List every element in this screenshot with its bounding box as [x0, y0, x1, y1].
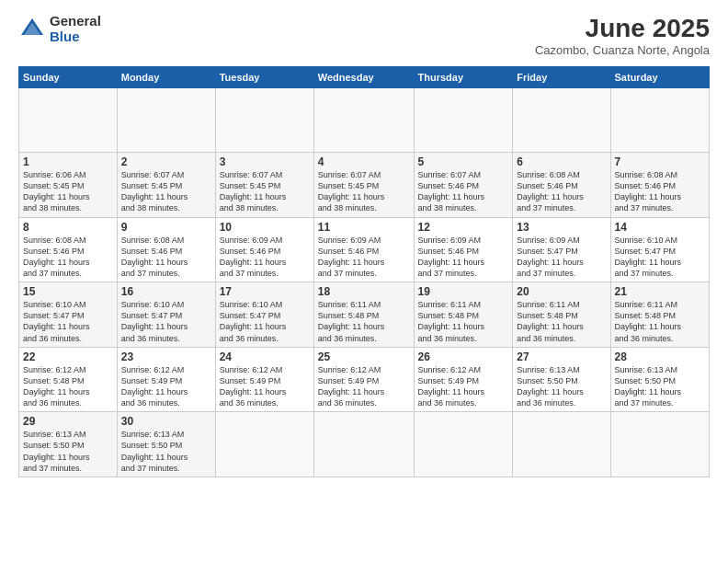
day-number: 30: [121, 415, 211, 428]
day-number: 14: [615, 221, 705, 234]
table-cell: 11 Sunrise: 6:09 AMSunset: 5:46 PMDaylig…: [313, 217, 414, 282]
day-number: 12: [418, 221, 509, 234]
day-number: 28: [615, 350, 705, 363]
day-number: 16: [121, 285, 211, 298]
table-cell: 22 Sunrise: 6:12 AMSunset: 5:48 PMDaylig…: [19, 347, 118, 412]
logo-blue: Blue: [50, 29, 101, 45]
day-number: 8: [23, 221, 113, 234]
day-info: Sunrise: 6:10 AMSunset: 5:47 PMDaylight:…: [121, 299, 211, 344]
table-cell: 1 Sunrise: 6:06 AMSunset: 5:45 PMDayligh…: [19, 153, 118, 218]
day-number: 15: [23, 285, 113, 298]
table-cell: [215, 412, 313, 477]
table-row: 8 Sunrise: 6:08 AMSunset: 5:46 PMDayligh…: [19, 217, 710, 282]
table-cell: [117, 88, 215, 153]
day-info: Sunrise: 6:10 AMSunset: 5:47 PMDaylight:…: [220, 299, 310, 344]
day-info: Sunrise: 6:09 AMSunset: 5:46 PMDaylight:…: [220, 235, 310, 280]
day-number: 20: [517, 285, 606, 298]
day-info: Sunrise: 6:09 AMSunset: 5:47 PMDaylight:…: [517, 235, 606, 280]
table-cell: 19 Sunrise: 6:11 AMSunset: 5:48 PMDaylig…: [414, 282, 513, 348]
day-info: Sunrise: 6:07 AMSunset: 5:45 PMDaylight:…: [220, 169, 310, 214]
table-cell: 6 Sunrise: 6:08 AMSunset: 5:46 PMDayligh…: [513, 153, 610, 218]
table-cell: 5 Sunrise: 6:07 AMSunset: 5:46 PMDayligh…: [414, 153, 513, 218]
logo: General Blue: [18, 14, 101, 44]
day-number: 6: [517, 155, 606, 168]
day-info: Sunrise: 6:12 AMSunset: 5:49 PMDaylight:…: [418, 364, 509, 409]
day-info: Sunrise: 6:10 AMSunset: 5:47 PMDaylight:…: [23, 299, 113, 344]
table-cell: 15 Sunrise: 6:10 AMSunset: 5:47 PMDaylig…: [19, 282, 118, 348]
table-cell: 30 Sunrise: 6:13 AMSunset: 5:50 PMDaylig…: [117, 412, 215, 477]
day-info: Sunrise: 6:08 AMSunset: 5:46 PMDaylight:…: [517, 169, 606, 214]
day-info: Sunrise: 6:11 AMSunset: 5:48 PMDaylight:…: [615, 299, 705, 344]
table-row: 29 Sunrise: 6:13 AMSunset: 5:50 PMDaylig…: [19, 412, 710, 477]
table-cell: 3 Sunrise: 6:07 AMSunset: 5:45 PMDayligh…: [215, 153, 313, 218]
table-row: 15 Sunrise: 6:10 AMSunset: 5:47 PMDaylig…: [19, 282, 710, 348]
day-info: Sunrise: 6:08 AMSunset: 5:46 PMDaylight:…: [23, 235, 113, 280]
day-number: 25: [318, 350, 410, 363]
col-saturday: Saturday: [610, 67, 709, 88]
table-cell: 26 Sunrise: 6:12 AMSunset: 5:49 PMDaylig…: [414, 347, 513, 412]
col-thursday: Thursday: [414, 67, 513, 88]
day-info: Sunrise: 6:13 AMSunset: 5:50 PMDaylight:…: [23, 429, 113, 474]
day-info: Sunrise: 6:11 AMSunset: 5:48 PMDaylight:…: [418, 299, 509, 344]
day-number: 22: [23, 350, 113, 363]
day-number: 11: [318, 221, 410, 234]
day-number: 10: [220, 221, 310, 234]
table-cell: [313, 88, 414, 153]
table-cell: [19, 88, 118, 153]
logo-icon: [18, 16, 46, 43]
table-row: 1 Sunrise: 6:06 AMSunset: 5:45 PMDayligh…: [19, 153, 710, 218]
table-cell: 17 Sunrise: 6:10 AMSunset: 5:47 PMDaylig…: [215, 282, 313, 348]
day-number: 29: [23, 415, 113, 428]
table-cell: [610, 412, 709, 477]
table-cell: [313, 412, 414, 477]
day-info: Sunrise: 6:08 AMSunset: 5:46 PMDaylight:…: [121, 235, 211, 280]
page: General Blue June 2025 Cazombo, Cuanza N…: [0, 0, 728, 563]
day-info: Sunrise: 6:08 AMSunset: 5:46 PMDaylight:…: [615, 169, 705, 214]
col-monday: Monday: [117, 67, 215, 88]
day-info: Sunrise: 6:11 AMSunset: 5:48 PMDaylight:…: [318, 299, 410, 344]
table-cell: [513, 88, 610, 153]
table-row: 22 Sunrise: 6:12 AMSunset: 5:48 PMDaylig…: [19, 347, 710, 412]
table-cell: 10 Sunrise: 6:09 AMSunset: 5:46 PMDaylig…: [215, 217, 313, 282]
table-cell: 13 Sunrise: 6:09 AMSunset: 5:47 PMDaylig…: [513, 217, 610, 282]
table-cell: 27 Sunrise: 6:13 AMSunset: 5:50 PMDaylig…: [513, 347, 610, 412]
col-sunday: Sunday: [19, 67, 118, 88]
day-info: Sunrise: 6:13 AMSunset: 5:50 PMDaylight:…: [615, 364, 705, 409]
day-number: 2: [121, 155, 211, 168]
table-cell: 4 Sunrise: 6:07 AMSunset: 5:45 PMDayligh…: [313, 153, 414, 218]
table-cell: 12 Sunrise: 6:09 AMSunset: 5:46 PMDaylig…: [414, 217, 513, 282]
day-info: Sunrise: 6:12 AMSunset: 5:48 PMDaylight:…: [23, 364, 113, 409]
day-info: Sunrise: 6:06 AMSunset: 5:45 PMDaylight:…: [23, 169, 113, 214]
table-cell: 21 Sunrise: 6:11 AMSunset: 5:48 PMDaylig…: [610, 282, 709, 348]
day-number: 24: [220, 350, 310, 363]
day-number: 9: [121, 221, 211, 234]
day-info: Sunrise: 6:07 AMSunset: 5:45 PMDaylight:…: [318, 169, 410, 214]
day-number: 4: [318, 155, 410, 168]
day-info: Sunrise: 6:11 AMSunset: 5:48 PMDaylight:…: [517, 299, 606, 344]
day-info: Sunrise: 6:09 AMSunset: 5:46 PMDaylight:…: [318, 235, 410, 280]
day-number: 13: [517, 221, 606, 234]
month-title: June 2025: [535, 14, 710, 43]
day-number: 5: [418, 155, 509, 168]
calendar-header-row: Sunday Monday Tuesday Wednesday Thursday…: [19, 67, 710, 88]
day-info: Sunrise: 6:13 AMSunset: 5:50 PMDaylight:…: [517, 364, 606, 409]
col-tuesday: Tuesday: [215, 67, 313, 88]
table-cell: 29 Sunrise: 6:13 AMSunset: 5:50 PMDaylig…: [19, 412, 118, 477]
day-number: 18: [318, 285, 410, 298]
day-info: Sunrise: 6:12 AMSunset: 5:49 PMDaylight:…: [220, 364, 310, 409]
day-number: 27: [517, 350, 606, 363]
day-number: 23: [121, 350, 211, 363]
day-number: 1: [23, 155, 113, 168]
table-cell: [610, 88, 709, 153]
location: Cazombo, Cuanza Norte, Angola: [535, 43, 710, 57]
table-cell: [513, 412, 610, 477]
table-cell: 7 Sunrise: 6:08 AMSunset: 5:46 PMDayligh…: [610, 153, 709, 218]
table-cell: 25 Sunrise: 6:12 AMSunset: 5:49 PMDaylig…: [313, 347, 414, 412]
table-cell: [414, 88, 513, 153]
day-info: Sunrise: 6:13 AMSunset: 5:50 PMDaylight:…: [121, 429, 211, 474]
day-info: Sunrise: 6:09 AMSunset: 5:46 PMDaylight:…: [418, 235, 509, 280]
day-info: Sunrise: 6:07 AMSunset: 5:46 PMDaylight:…: [418, 169, 509, 214]
table-cell: 8 Sunrise: 6:08 AMSunset: 5:46 PMDayligh…: [19, 217, 118, 282]
table-cell: 23 Sunrise: 6:12 AMSunset: 5:49 PMDaylig…: [117, 347, 215, 412]
day-number: 26: [418, 350, 509, 363]
